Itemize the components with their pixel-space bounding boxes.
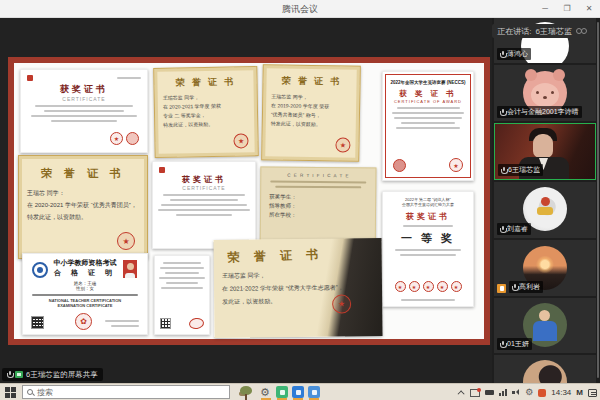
challenge-logo-icon [159, 167, 165, 173]
red-seal-icon: ★ [332, 294, 351, 313]
certificate-honor-3: 荣 誉 证 书 王瑞芯 同学： 在 2020-2021 学年荣获 “优秀共青团员… [18, 155, 148, 259]
participant-tile-5[interactable]: 高利岩 [494, 240, 596, 296]
certificate-title: 荣 誉 证 书 [19, 166, 147, 181]
mic-icon [500, 109, 505, 116]
certificate-subtitle: CERTIFICATE [21, 96, 147, 102]
red-ribbon-seal-icon [393, 159, 406, 172]
field-row: 性别：女 [23, 286, 147, 291]
text-line [396, 127, 461, 129]
participant-tile-3-active-speaker[interactable]: 6王瑞芯监 [494, 123, 596, 180]
share-text: 6王瑞芯监的屏幕共享 [26, 370, 98, 380]
maximize-button[interactable]: ❐ [556, 0, 578, 18]
text-line [105, 320, 139, 322]
taskbar-search-input[interactable]: 搜索 [22, 385, 230, 399]
text-line [392, 112, 464, 114]
screen-share-view[interactable]: 获奖证书 CERTIFICATE ★ 荣 誉 证 书 王瑞芯监 同学， 在 20… [8, 57, 490, 345]
red-seal-icon: ★ [409, 281, 420, 292]
certificate-subtitle-en: EXAMINATION CERTIFICATE [23, 303, 147, 308]
minimize-button[interactable]: ─ [534, 0, 556, 18]
text-line [117, 77, 141, 79]
ime-indicator[interactable]: M [576, 388, 583, 397]
certificate-header: 2022年全国大学生英语竞赛 (NECCS) [383, 80, 473, 85]
certificate-honor-2: 荣 誉 证 书 王瑞芯监 同学， 在 2019-2020 学年度 荣获 “优秀共… [261, 64, 361, 162]
certificate-line: 在 2020-2021 学年荣获 “优秀共青团员”， [19, 199, 147, 211]
challenge-logo-icon [27, 75, 33, 81]
certificate-title: 荣 誉 证 书 [213, 244, 381, 267]
wechat-app-icon[interactable] [276, 386, 288, 398]
window-title: 腾讯会议 [0, 3, 600, 16]
participant-tile-2[interactable]: 会计与金融2001李诗晴 [494, 65, 596, 121]
certificate-first-prize: 2022年 第二届 “词达人杯” 全国大学生英语词汇能力大赛 获奖证书 一 等 … [382, 191, 474, 307]
windows-taskbar: 搜索 ⚙ ⚙ 14:34 M [0, 383, 600, 400]
battery-icon[interactable] [485, 390, 494, 395]
red-seal-icon: ★ [449, 158, 463, 172]
red-seal-icon: ★ [233, 133, 248, 148]
text-line [170, 199, 237, 201]
clock[interactable]: 14:34 [551, 388, 571, 397]
screen-share-indicator: 6王瑞芯监的屏幕共享 [2, 368, 103, 381]
certificate-title: 获奖证书 [153, 174, 255, 185]
certificate-title: 荣 誉 证 书 [263, 74, 359, 89]
red-seal-icon: ★ [423, 281, 434, 292]
text-line [32, 294, 139, 296]
form-row-label: 所在学校： [261, 211, 375, 221]
camera-icon [576, 28, 587, 35]
sidebar-scrollbar[interactable] [597, 22, 599, 378]
red-seal-icon [126, 132, 139, 145]
mic-icon [512, 284, 517, 291]
red-seal-icon: ★ [335, 137, 350, 152]
action-center-icon[interactable] [588, 389, 597, 397]
text-line [161, 287, 202, 289]
mic-icon [7, 371, 12, 378]
blue-app-icon[interactable] [292, 386, 304, 398]
close-button[interactable]: ✕ [578, 0, 600, 18]
text-line [400, 254, 456, 256]
text-line [163, 194, 245, 196]
certificate-title: 获 奖 证 书 [383, 89, 473, 99]
participant-name: 刘嘉睿 [507, 224, 528, 234]
antivirus-icon[interactable] [538, 389, 546, 397]
red-seal-icon: ★ [395, 281, 406, 292]
text-line [166, 282, 197, 284]
participant-tile-6[interactable]: 01王妍 [494, 298, 596, 353]
text-line [394, 117, 462, 119]
mic-icon [500, 51, 505, 58]
text-line [111, 325, 139, 327]
qr-code [31, 316, 44, 329]
volume-icon[interactable] [512, 389, 520, 396]
certificate-line: 特发此证，以资鼓励。 [19, 211, 147, 223]
participant-tile-4[interactable]: 刘嘉睿 [494, 182, 596, 238]
red-oval-seal-icon [188, 317, 204, 330]
red-seal-icon: ★ [451, 281, 462, 292]
notification-app-icon[interactable] [470, 389, 480, 397]
participant-name-tag: 薄鸿心 [497, 48, 531, 60]
participant-tile-7[interactable] [494, 355, 596, 383]
text-line [44, 110, 125, 112]
text-line [176, 214, 232, 216]
text-line [403, 225, 453, 227]
text-line [31, 115, 137, 117]
tray-settings-icon[interactable]: ⚙ [525, 388, 533, 397]
wallpaper-tree [238, 386, 254, 400]
certificate-line: 王瑞芯 同学： [19, 187, 147, 199]
participant-name-tag: 刘嘉睿 [497, 223, 531, 235]
certificate-collage: 获奖证书 CERTIFICATE ★ 荣 誉 证 书 王瑞芯监 同学， 在 20… [14, 63, 484, 339]
certificate-award-1: 获奖证书 CERTIFICATE ★ [20, 69, 148, 153]
start-button[interactable] [5, 387, 16, 398]
participant-name: 01王妍 [507, 339, 529, 349]
network-icon[interactable] [499, 389, 507, 396]
meeting-main-area: 正在讲话: 6王瑞芯监 获奖证书 CERTIFICATE ★ 荣 誉 证 书 [0, 18, 600, 383]
text-line [275, 186, 362, 189]
settings-app-icon[interactable]: ⚙ [260, 386, 270, 398]
meeting-app-icon[interactable] [308, 386, 320, 398]
system-tray: ⚙ 14:34 M [460, 384, 597, 400]
seal-row: ★ ★ ★ ★ ★ [383, 281, 473, 292]
text-line [401, 299, 455, 301]
red-seal-icon: ✿ [75, 313, 92, 330]
active-speaker-indicator: 正在讲话: 6王瑞芯监 [492, 24, 592, 38]
certificate-award-2: 获奖证书 CERTIFICATE [152, 161, 256, 249]
chevron-up-icon[interactable] [458, 390, 465, 397]
screen-share-icon [15, 371, 23, 378]
certificate-honor-1: 荣 誉 证 书 王瑞芯监 同学， 在 2020-2021 学年度 荣获 专业 二… [153, 66, 259, 158]
certificate-neccs: 2022年全国大学生英语竞赛 (NECCS) 获 奖 证 书 CERTIFICA… [382, 71, 474, 181]
